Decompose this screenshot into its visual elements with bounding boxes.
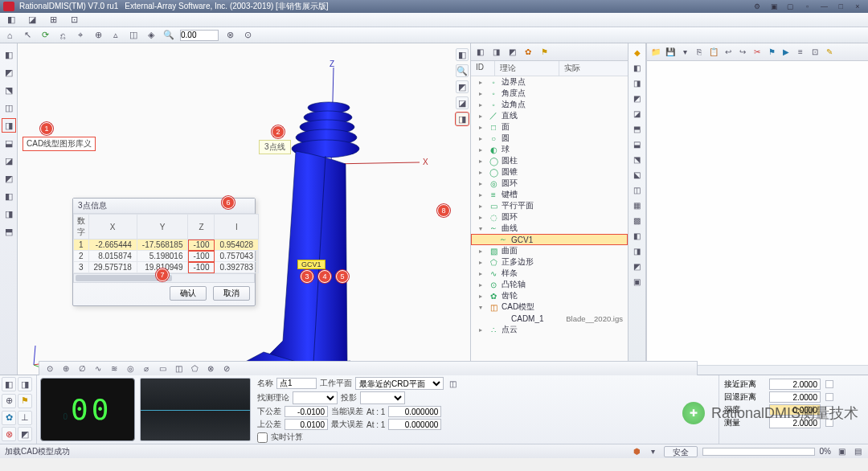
rp-icon[interactable]: ↪ (737, 47, 748, 58)
tool-icon[interactable]: ▫ (800, 2, 815, 11)
side-icon[interactable]: ⬕ (632, 169, 643, 180)
tree-tool-icon[interactable]: ◩ (506, 47, 518, 58)
unit-box[interactable] (825, 419, 833, 427)
table-row[interactable]: 28.0158745.198016-1000.757043 (74, 251, 259, 262)
cancel-button[interactable]: 取消 (213, 286, 250, 301)
touchcmp-input[interactable] (388, 406, 441, 417)
bp-tb-icon[interactable]: ∅ (76, 363, 88, 375)
name-input[interactable] (276, 378, 317, 389)
status-icon[interactable]: ▤ (852, 446, 863, 457)
unit-box[interactable] (825, 393, 833, 401)
tree-item[interactable]: ▸≡键槽 (471, 189, 628, 200)
lowertol-input[interactable] (285, 406, 328, 417)
search-icon[interactable]: 🔍 (162, 29, 175, 42)
ok-button[interactable]: 确认 (170, 286, 207, 301)
tree-item[interactable]: ▸◎圆环 (471, 178, 628, 189)
home-icon[interactable]: ⌂ (3, 29, 16, 42)
side-icon[interactable]: ▣ (632, 276, 643, 287)
depth-input[interactable] (769, 404, 821, 416)
bp-icon[interactable]: ◨ (18, 377, 32, 391)
side-icon[interactable]: ⬓ (632, 138, 643, 149)
rail-icon[interactable]: ◧ (2, 48, 15, 61)
tool-icon[interactable]: ⊙ (241, 29, 254, 42)
cut-icon[interactable]: ✂ (751, 47, 763, 58)
menu-icon[interactable]: ◧ (5, 14, 18, 27)
bp-icon[interactable]: ⊥ (18, 411, 32, 425)
bp-tb-icon[interactable]: ∿ (92, 363, 104, 375)
bp-icon[interactable]: ⊗ (2, 427, 16, 441)
bp-tb-icon[interactable]: ⊕ (60, 363, 72, 375)
rail-icon[interactable]: ◫ (2, 101, 15, 114)
menu-icon[interactable]: ⊞ (47, 14, 59, 27)
side-icon[interactable]: ◆ (632, 47, 643, 58)
rp-icon[interactable]: ≡ (795, 47, 806, 58)
save-icon[interactable]: 💾 (665, 47, 676, 58)
uppertol-input[interactable] (285, 419, 328, 430)
tree-item[interactable]: ▸∿样条 (471, 268, 628, 279)
tree-item[interactable]: ▸▭平行平面 (471, 200, 628, 211)
tree-item[interactable]: ▸◯圆柱 (471, 155, 628, 166)
side-icon[interactable]: ◩ (632, 92, 643, 104)
cursor-icon[interactable]: ↖ (21, 29, 34, 42)
script-editor[interactable] (647, 61, 868, 365)
side-icon[interactable]: ◫ (632, 184, 643, 195)
findtheo-select[interactable] (293, 391, 338, 404)
tree-item[interactable]: ▾◫CAD模型 (471, 301, 628, 313)
retract-input[interactable] (769, 391, 821, 403)
bp-icon[interactable]: ⚑ (18, 394, 32, 408)
rail-icon[interactable]: ◧ (2, 190, 15, 203)
tree-item[interactable]: ▸◯圆锥 (471, 166, 628, 178)
refresh-icon[interactable]: ⟳ (39, 29, 51, 42)
rp-icon[interactable]: ↩ (723, 47, 734, 58)
rail-icon[interactable]: ⬓ (2, 137, 15, 149)
side-icon[interactable]: ⬒ (632, 123, 643, 134)
side-icon[interactable]: ◨ (632, 77, 643, 88)
maximize-button[interactable]: □ (833, 2, 848, 11)
status-icon[interactable]: ▾ (648, 446, 659, 457)
tree-item[interactable]: ▸□面 (471, 121, 628, 133)
tree-item[interactable]: ▸◦角度点 (471, 88, 628, 99)
unit-box[interactable] (825, 406, 833, 414)
unit-box[interactable] (825, 380, 833, 388)
tree-item[interactable]: ▸⊙凸轮轴 (471, 279, 628, 290)
tool-icon[interactable]: ◈ (145, 29, 158, 42)
side-icon[interactable]: ◧ (632, 230, 643, 241)
tree-tool-icon[interactable]: ◧ (474, 47, 485, 58)
tree-tool-icon[interactable]: ✿ (522, 47, 534, 58)
rp-icon[interactable]: 📋 (708, 47, 719, 58)
bp-tb-icon[interactable]: ⊗ (205, 363, 216, 375)
side-icon[interactable]: ◨ (632, 245, 643, 256)
tool-icon[interactable]: ▢ (784, 2, 798, 11)
bp-tb-icon[interactable]: ◎ (125, 363, 136, 375)
rp-icon[interactable]: ▶ (780, 47, 792, 58)
table-row[interactable]: 1-2.665444-17.568185-1000.954028 (74, 240, 259, 251)
rp-icon[interactable]: 📁 (650, 47, 661, 58)
tool-icon[interactable]: ▵ (109, 29, 122, 42)
tree-item[interactable]: ～GCV1 (471, 234, 628, 245)
realtime-check[interactable] (257, 432, 268, 443)
tree-tool-icon[interactable]: ⚑ (538, 47, 550, 58)
vp-icon[interactable]: ◨ (456, 113, 469, 125)
side-icon[interactable]: ▦ (632, 199, 643, 211)
vp-icon[interactable]: 🔍 (456, 64, 469, 77)
viewport-3d[interactable]: ◧ 🔍 ◩ ◪ ◨ (18, 43, 471, 375)
side-icon[interactable]: ◧ (632, 62, 643, 73)
workplane-select[interactable]: 最靠近的CRD平面 (355, 377, 444, 390)
tree-item[interactable]: ▸◐球 (471, 144, 628, 155)
menu-icon[interactable]: ◪ (26, 14, 39, 27)
bp-tb-icon[interactable]: ⊘ (221, 363, 232, 375)
side-icon[interactable]: ◪ (632, 108, 643, 119)
tree-item[interactable]: ▸∴点云 (471, 324, 628, 335)
tree-item[interactable]: ▸○圆 (471, 133, 628, 144)
status-icon[interactable]: ▣ (836, 446, 847, 457)
bp-icon[interactable]: ✿ (2, 411, 16, 425)
bp-tb-icon[interactable]: ▭ (157, 363, 168, 375)
rail-icon[interactable]: ◩ (2, 172, 15, 185)
tree-item[interactable]: CADM_1Blade__2020.igs (471, 313, 628, 324)
tree-item[interactable]: ▸✿齿轮 (471, 290, 628, 301)
proj-select[interactable] (360, 391, 405, 404)
tree-item[interactable]: ▸／直线 (471, 110, 628, 121)
vp-icon[interactable]: ◩ (456, 80, 469, 93)
bp-icon[interactable]: ⊕ (2, 394, 16, 408)
rail-icon[interactable]: ◩ (2, 66, 15, 79)
